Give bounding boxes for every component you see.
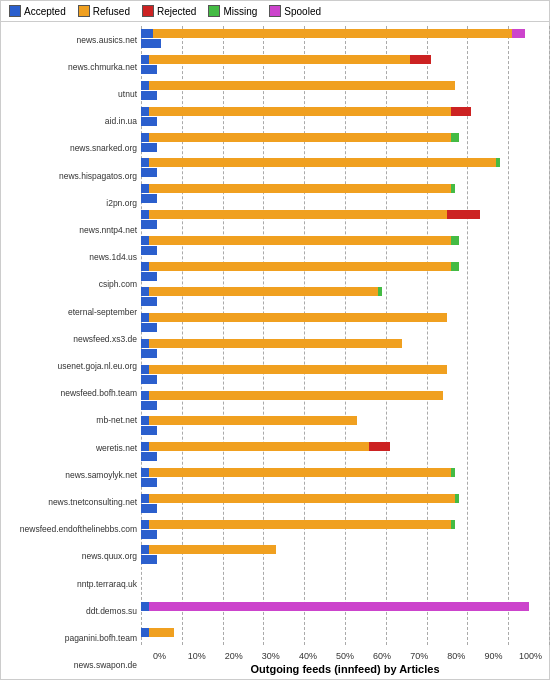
bar-segment-refused-18 (149, 494, 455, 503)
bar-segment-refused-15 (149, 416, 357, 425)
bar-bot-accepted-7 (141, 220, 157, 229)
legend: AcceptedRefusedRejectedMissingSpooled (1, 1, 549, 22)
y-label-19: news.quux.org (82, 543, 137, 570)
x-axis-labels: 0%10%20%30%40%50%60%70%80%90%100% (141, 645, 549, 661)
y-label-21: ddt.demos.su (86, 597, 137, 624)
y-labels: news.ausics.netnews.chmurka.netutnutaid.… (1, 26, 141, 679)
legend-item-accepted: Accepted (9, 5, 66, 17)
bar-segment-refused-0 (153, 29, 512, 38)
bar-segment-missing-10 (378, 287, 382, 296)
bar-segment-missing-8 (451, 236, 459, 245)
y-label-15: weretis.net (96, 434, 137, 461)
bar-segment-refused-7 (149, 210, 447, 219)
y-label-4: news.snarked.org (70, 135, 137, 162)
bar-row-18: 64411 (141, 490, 549, 516)
bar-segment-refused-6 (149, 184, 451, 193)
bar-segment-missing-4 (451, 133, 459, 142)
legend-item-refused: Refused (78, 5, 130, 17)
bar-segment-missing-18 (455, 494, 459, 503)
y-label-7: news.nntp4.net (79, 216, 137, 243)
y-label-18: newsfeed.endofthelinebbs.com (20, 516, 137, 543)
bar-segment-accepted-6 (141, 184, 149, 193)
bar-segment-refused-13 (149, 365, 447, 374)
bar-segment-accepted-2 (141, 81, 149, 90)
legend-label-refused: Refused (93, 6, 130, 17)
bar-segment-accepted-12 (141, 339, 149, 348)
y-label-1: news.chmurka.net (68, 53, 137, 80)
y-label-2: utnut (118, 80, 137, 107)
x-axis-label-10: 100% (512, 651, 549, 661)
bar-row-5: 725112 (141, 155, 549, 181)
y-label-13: newsfeed.bofh.team (60, 380, 137, 407)
bar-row-16: 47213 (141, 439, 549, 465)
bar-row-0: 140448992 (141, 26, 549, 52)
bar-segment-refused-23 (149, 628, 173, 637)
y-label-0: news.ausics.net (77, 26, 137, 53)
x-axis-label-3: 30% (252, 651, 289, 661)
bar-segment-refused-10 (149, 287, 377, 296)
bar-bot-accepted-6 (141, 194, 157, 203)
bar-bot-accepted-11 (141, 323, 157, 332)
bar-bot-accepted-8 (141, 246, 157, 255)
bar-bot-accepted-15 (141, 426, 157, 435)
legend-label-rejected: Rejected (157, 6, 196, 17)
bar-segment-refused-8 (149, 236, 451, 245)
bar-segment-accepted-18 (141, 494, 149, 503)
bar-row-21: 37 (141, 568, 549, 594)
bar-bot-accepted-4 (141, 143, 157, 152)
bar-segment-accepted-22 (141, 602, 149, 611)
bar-row-15: 44093 (141, 413, 549, 439)
bars-inner: 1404489926249297464311360643184637419725… (141, 26, 549, 645)
bar-segment-refused-3 (149, 107, 451, 116)
legend-label-spooled: Spooled (284, 6, 321, 17)
bar-segment-accepted-10 (141, 287, 149, 296)
bar-segment-accepted-23 (141, 628, 149, 637)
bar-bot-accepted-14 (141, 401, 157, 410)
bar-segment-refused-1 (149, 55, 410, 64)
bar-segment-refused-9 (149, 262, 451, 271)
bar-row-8: 63834 (141, 232, 549, 258)
bar-row-13: 62743 (141, 361, 549, 387)
legend-color-spooled (269, 5, 281, 17)
legend-color-refused (78, 5, 90, 17)
bar-bot-accepted-3 (141, 117, 157, 126)
bar-segment-refused-12 (149, 339, 402, 348)
bar-row-20: 26961 (141, 542, 549, 568)
bar-segment-accepted-5 (141, 158, 149, 167)
y-label-8: news.1d4.us (89, 244, 137, 271)
bar-segment-accepted-3 (141, 107, 149, 116)
bar-row-12: 53583 (141, 336, 549, 362)
bar-bot-accepted-9 (141, 272, 157, 281)
x-axis-label-8: 80% (438, 651, 475, 661)
legend-color-missing (208, 5, 220, 17)
chart-container: AcceptedRefusedRejectedMissingSpooled ne… (0, 0, 550, 680)
bar-segment-rejected-7 (447, 210, 480, 219)
bar-row-6: 62979 (141, 181, 549, 207)
bar-segment-accepted-15 (141, 416, 149, 425)
bar-bot-accepted-12 (141, 349, 157, 358)
bar-segment-accepted-9 (141, 262, 149, 271)
bar-segment-accepted-0 (141, 29, 153, 38)
bar-row-22: 9105 (141, 594, 549, 620)
bar-segment-refused-19 (149, 520, 451, 529)
bar-bot-accepted-18 (141, 504, 157, 513)
bar-segment-spooled-0 (512, 29, 524, 38)
bar-segment-missing-19 (451, 520, 455, 529)
bar-segment-accepted-7 (141, 210, 149, 219)
x-axis-label-2: 20% (215, 651, 252, 661)
bar-row-14: 61843 (141, 387, 549, 413)
chart-title: Outgoing feeds (innfeed) by Articles (141, 661, 549, 679)
legend-item-spooled: Spooled (269, 5, 321, 17)
bar-segment-refused-11 (149, 313, 447, 322)
x-axis-label-9: 90% (475, 651, 512, 661)
bar-row-4: 637419 (141, 129, 549, 155)
x-axis-label-5: 50% (326, 651, 363, 661)
bar-row-10: 47903 (141, 284, 549, 310)
bar-segment-refused-16 (149, 442, 369, 451)
x-axis-label-7: 70% (401, 651, 438, 661)
bar-row-23: 666 (141, 619, 549, 645)
bar-segment-refused-17 (149, 468, 451, 477)
x-axis-label-4: 40% (289, 651, 326, 661)
bar-segment-refused-4 (149, 133, 451, 142)
bar-segment-missing-5 (496, 158, 500, 167)
